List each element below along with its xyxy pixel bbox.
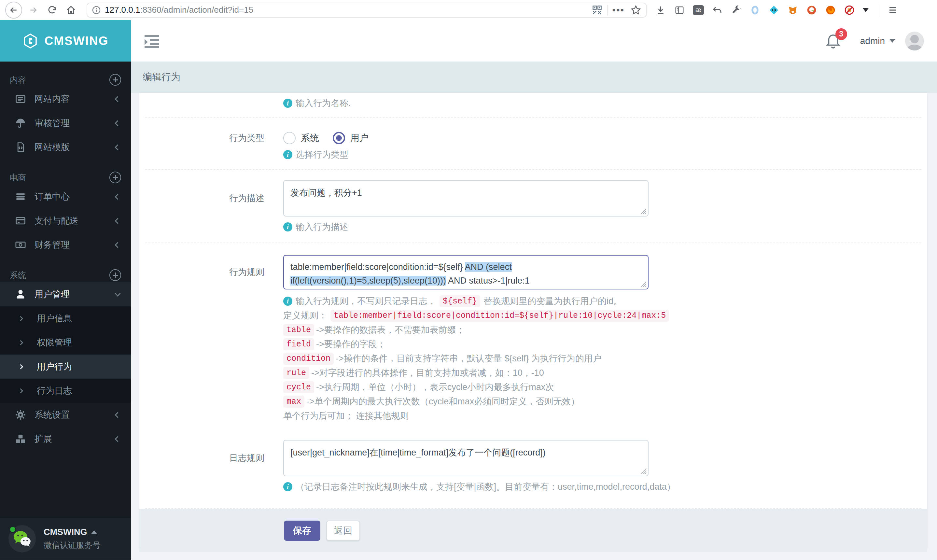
desc-row: 行为描述 发布问题，积分+1 xyxy=(139,180,927,217)
sidebar-subitem-user-actions[interactable]: 用户行为 xyxy=(0,355,131,378)
back-button[interactable] xyxy=(5,2,22,18)
ae-extension-icon[interactable]: æ xyxy=(693,5,704,15)
rule-label: 行为规则 xyxy=(139,266,265,278)
sidebar-item-label: 审核管理 xyxy=(34,117,70,129)
chevron-right-icon xyxy=(18,340,23,345)
sidebar-item-label: 系统设置 xyxy=(34,409,70,421)
diamond-extension-icon[interactable] xyxy=(768,5,779,15)
radio-user[interactable] xyxy=(333,132,345,144)
wechat-avatar xyxy=(8,525,36,552)
desc-textarea[interactable]: 发布问题，积分+1 xyxy=(283,180,649,217)
radio-user-label: 用户 xyxy=(350,132,369,144)
chevron-left-icon xyxy=(115,96,120,102)
sidebar-section-ecommerce: 电商 xyxy=(0,170,131,185)
sidebar-user-card[interactable]: CMSWING 微信认证服务号 xyxy=(0,518,131,560)
toolbar-overflow-caret[interactable] xyxy=(863,8,869,12)
chevron-right-icon xyxy=(18,388,23,393)
resize-grip-icon[interactable] xyxy=(639,280,646,288)
type-radios: 系统 用户 xyxy=(283,132,377,144)
duckduckgo-extension-icon[interactable] xyxy=(806,5,817,15)
chevron-left-icon xyxy=(115,194,120,200)
wrench-icon[interactable] xyxy=(731,5,742,15)
undo-icon[interactable] xyxy=(712,5,723,15)
sidebar-subitem-user-info[interactable]: 用户信息 xyxy=(0,306,131,331)
sidebar-item-templates[interactable]: 网站模版 xyxy=(0,135,131,159)
log-textarea[interactable]: [user|get_nickname]在[time|time_format]发布… xyxy=(283,440,649,476)
sidebar-item-payment[interactable]: 支付与配送 xyxy=(0,209,131,233)
chevron-left-icon xyxy=(115,218,120,224)
home-button[interactable] xyxy=(63,2,79,18)
downloads-icon[interactable] xyxy=(655,5,666,15)
extension-toolbar: æ xyxy=(655,4,898,16)
firefox-extension-icon[interactable] xyxy=(825,5,836,15)
metamask-extension-icon[interactable] xyxy=(787,5,798,15)
sidebar-panel-icon[interactable] xyxy=(674,5,685,15)
resize-grip-icon[interactable] xyxy=(639,208,646,215)
code-token: condition xyxy=(283,352,334,365)
sidebar-section-system: 系统 xyxy=(0,268,131,282)
url-bar[interactable]: 127.0.0.1:8360/admin/action/edit?id=15 •… xyxy=(86,3,646,18)
sidebar-item-user-management[interactable]: 用户管理 xyxy=(0,282,131,306)
sidebar-item-site-content[interactable]: 网站内容 xyxy=(0,87,131,111)
browser-menu-icon[interactable] xyxy=(887,5,898,15)
form-divider xyxy=(145,243,922,243)
sidebar-item-label: 财务管理 xyxy=(34,239,70,251)
rule-help-line: condition ->操作的条件，目前支持字符串，默认变量 ${self} 为… xyxy=(283,352,927,365)
bookmark-star-icon[interactable] xyxy=(630,5,642,15)
sidebar-item-system-settings[interactable]: 系统设置 xyxy=(0,403,131,427)
blue-oval-extension-icon[interactable] xyxy=(749,5,760,15)
info-icon: i xyxy=(283,150,292,159)
caret-down-icon xyxy=(889,39,895,43)
sidebar-toggle-button[interactable] xyxy=(144,34,160,48)
main-area: 3 admin 编辑行为 i 输入行为名称. 行为类型 xyxy=(131,20,937,560)
rule-help-line: max ->单个周期内的最大执行次数（cycle和max必须同时定义，否则无效） xyxy=(283,395,927,408)
page-actions-icon[interactable]: ••• xyxy=(612,5,625,15)
brand[interactable]: CMSWING xyxy=(0,20,131,62)
chevron-left-icon xyxy=(115,242,120,248)
rule-textarea[interactable]: table:member|field:score|condition:id=${… xyxy=(283,255,649,289)
blocker-extension-icon[interactable] xyxy=(844,5,855,15)
back-button-form[interactable]: 返回 xyxy=(326,521,360,541)
chevron-left-icon xyxy=(115,436,120,442)
reload-button[interactable] xyxy=(44,2,60,18)
sidebar-item-review[interactable]: 审核管理 xyxy=(0,111,131,135)
form-divider xyxy=(145,169,922,170)
section-label: 系统 xyxy=(10,270,26,281)
cubes-icon xyxy=(15,433,26,445)
section-add-icon[interactable] xyxy=(109,172,121,183)
page-title-bar: 编辑行为 xyxy=(131,62,937,93)
chevron-right-icon xyxy=(18,364,23,369)
code-token: table xyxy=(283,324,314,336)
rule-help-tail: 单个行为后可加； 连接其他规则 xyxy=(283,409,927,422)
form-footer: 保存 返回 xyxy=(139,509,927,552)
sidebar-subitem-permissions[interactable]: 权限管理 xyxy=(0,331,131,355)
sidebar-nav: 内容 网站内容 审核管理 网站模版 电商 xyxy=(0,62,131,518)
back-icon xyxy=(9,5,18,15)
caret-up-icon xyxy=(91,530,97,534)
avatar[interactable] xyxy=(905,32,924,51)
chevron-left-icon xyxy=(115,412,120,418)
content-area: i 输入行为名称. 行为类型 系统 用户 i 选择行为类型 xyxy=(131,93,937,560)
top-header: 3 admin xyxy=(131,20,937,62)
sidebar-item-orders[interactable]: 订单中心 xyxy=(0,185,131,209)
sidebar-subitem-action-logs[interactable]: 行为日志 xyxy=(0,378,131,403)
site-info-icon xyxy=(92,6,101,15)
edit-action-card: i 输入行为名称. 行为类型 系统 用户 i 选择行为类型 xyxy=(139,93,927,548)
user-menu-name[interactable]: admin xyxy=(860,36,885,46)
chevron-left-icon xyxy=(115,144,120,150)
page-title: 编辑行为 xyxy=(143,71,180,84)
sidebar-item-finance[interactable]: 财务管理 xyxy=(0,233,131,257)
resize-grip-icon[interactable] xyxy=(639,467,646,474)
forward-button[interactable] xyxy=(25,2,41,18)
qr-code-icon[interactable] xyxy=(592,5,603,15)
notifications-button[interactable]: 3 xyxy=(826,32,842,50)
notification-badge: 3 xyxy=(835,28,847,40)
rule-help-block: i 输入行为规则，不写则只记录日志， ${self} 替换规则里的变量为执行用户… xyxy=(283,295,927,423)
section-add-icon[interactable] xyxy=(109,269,121,281)
desc-help: i 输入行为描述 xyxy=(283,221,927,233)
sidebar-item-extensions[interactable]: 扩展 xyxy=(0,427,131,451)
section-add-icon[interactable] xyxy=(109,74,121,86)
save-button[interactable]: 保存 xyxy=(284,521,320,541)
radio-system[interactable] xyxy=(283,132,295,144)
sidebar-item-label: 用户管理 xyxy=(34,288,70,300)
